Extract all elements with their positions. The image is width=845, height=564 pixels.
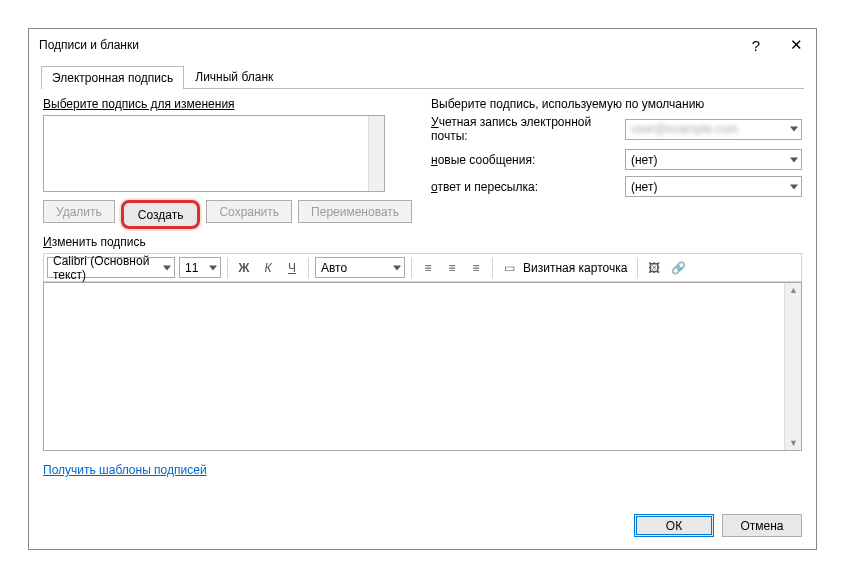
default-signature-label: Выберите подпись, используемую по умолча… [431,97,802,111]
new-messages-label: новые сообщения: [431,153,619,167]
signatures-dialog: Подписи и бланки ? ✕ Электронная подпись… [28,28,817,550]
separator [308,258,309,278]
font-combo[interactable]: Calibri (Основной текст) [47,257,175,278]
italic-button[interactable]: К [258,258,278,278]
close-button[interactable]: ✕ [776,29,816,61]
align-right-icon[interactable]: ≡ [466,258,486,278]
reply-combo[interactable]: (нет) [625,176,802,197]
window-title: Подписи и бланки [39,38,736,52]
editor-toolbar: Calibri (Основной текст) 11 Ж К Ч Авто ≡… [43,253,802,282]
select-signature-label: Выберите подпись для изменения [43,97,413,111]
tab-strip: Электронная подпись Личный бланк [41,65,804,89]
business-card-icon[interactable]: ▭ [499,258,519,278]
tab-signature[interactable]: Электронная подпись [41,66,184,89]
ok-button[interactable]: ОК [634,514,714,537]
align-center-icon[interactable]: ≡ [442,258,462,278]
separator [227,258,228,278]
reply-label: ответ и пересылка: [431,180,619,194]
insert-link-icon[interactable]: 🔗 [668,258,688,278]
tab-stationery[interactable]: Личный бланк [184,65,284,88]
cancel-button[interactable]: Отмена [722,514,802,537]
font-size-combo[interactable]: 11 [179,257,221,278]
business-card-label[interactable]: Визитная карточка [523,261,627,275]
create-button[interactable]: Создать [121,200,201,229]
account-label: Учетная запись электронной почты: [431,115,619,143]
separator [492,258,493,278]
underline-button[interactable]: Ч [282,258,302,278]
get-templates-link[interactable]: Получить шаблоны подписей [43,463,207,477]
separator [411,258,412,278]
insert-image-icon[interactable]: 🖾 [644,258,664,278]
save-button: Сохранить [206,200,292,223]
edit-signature-label: Изменить подпись [43,235,802,249]
titlebar: Подписи и бланки ? ✕ [29,29,816,61]
bold-button[interactable]: Ж [234,258,254,278]
separator [637,258,638,278]
account-combo[interactable]: user@example.com [625,119,802,140]
signature-editor[interactable]: ▼ [43,282,802,451]
signature-list[interactable] [43,115,385,192]
delete-button: Удалить [43,200,115,223]
rename-button: Переименовать [298,200,412,223]
color-combo[interactable]: Авто [315,257,405,278]
help-button[interactable]: ? [736,29,776,61]
align-left-icon[interactable]: ≡ [418,258,438,278]
dialog-footer: ОК Отмена [634,514,802,537]
content: Выберите подпись для изменения Удалить С… [29,89,816,477]
new-messages-combo[interactable]: (нет) [625,149,802,170]
